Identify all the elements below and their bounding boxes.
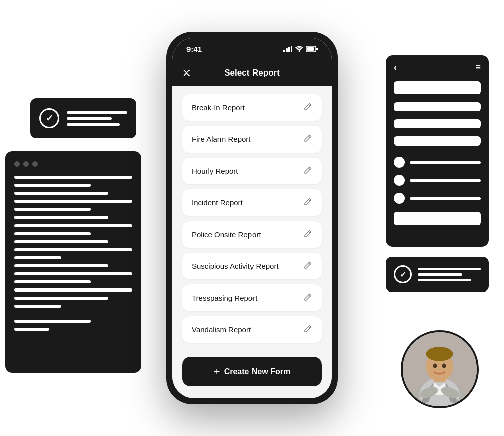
deco-line bbox=[14, 256, 61, 259]
deco-check-badge-left: ✓ bbox=[30, 98, 136, 138]
report-list: Break-In ReportFire Alarm ReportHourly R… bbox=[172, 86, 332, 351]
radio-circle bbox=[394, 175, 405, 186]
page-title: Select Report bbox=[224, 68, 280, 78]
battery-icon bbox=[306, 46, 318, 52]
deco-line bbox=[67, 123, 120, 126]
edit-icon[interactable] bbox=[303, 197, 312, 208]
deco-input-field bbox=[394, 102, 481, 111]
radio-circle bbox=[394, 193, 405, 204]
report-item-label: Vandalism Report bbox=[192, 325, 251, 334]
plus-icon: + bbox=[214, 365, 220, 378]
deco-browser-window bbox=[5, 151, 141, 373]
deco-input-field bbox=[394, 119, 481, 128]
report-item-label: Hourly Report bbox=[192, 167, 238, 175]
deco-radio-row bbox=[394, 175, 481, 186]
create-form-button[interactable]: + Create New Form bbox=[182, 357, 322, 386]
deco-check-lines-right bbox=[418, 268, 481, 281]
edit-icon[interactable] bbox=[303, 229, 312, 240]
deco-radio-row bbox=[394, 157, 481, 168]
deco-line bbox=[14, 305, 61, 308]
create-form-label: Create New Form bbox=[224, 367, 291, 376]
svg-rect-15 bbox=[288, 47, 290, 52]
report-list-item[interactable]: Vandalism Report bbox=[182, 316, 322, 343]
report-list-item[interactable]: Tresspasing Report bbox=[182, 284, 322, 311]
report-list-item[interactable]: Suscipious Activity Report bbox=[182, 253, 322, 279]
edit-icon[interactable] bbox=[303, 102, 312, 113]
edit-icon[interactable] bbox=[303, 261, 312, 272]
check-icon-left: ✓ bbox=[46, 113, 53, 124]
radio-circle bbox=[394, 157, 405, 168]
phone-notch bbox=[222, 38, 282, 53]
deco-input-field bbox=[394, 136, 481, 146]
deco-line bbox=[67, 111, 127, 114]
deco-line bbox=[14, 248, 132, 251]
report-list-item[interactable]: Break-In Report bbox=[182, 94, 322, 121]
status-icons bbox=[283, 46, 318, 52]
deco-input-field bbox=[394, 81, 481, 94]
close-button[interactable]: ✕ bbox=[182, 67, 191, 79]
deco-avatar bbox=[401, 330, 479, 408]
deco-line bbox=[14, 280, 91, 283]
deco-line bbox=[67, 117, 112, 120]
deco-line bbox=[14, 176, 132, 179]
report-item-label: Suscipious Activity Report bbox=[192, 262, 279, 270]
svg-rect-14 bbox=[286, 48, 288, 52]
deco-panel-inputs bbox=[394, 81, 481, 150]
svg-point-5 bbox=[426, 347, 453, 361]
wifi-icon bbox=[295, 46, 303, 52]
report-item-label: Fire Alarm Report bbox=[192, 135, 251, 143]
deco-line bbox=[418, 273, 462, 276]
phone-screen: 9:41 bbox=[172, 38, 332, 398]
deco-line bbox=[14, 264, 108, 267]
deco-browser-dots bbox=[14, 161, 132, 167]
deco-panel-header: ‹ ≡ bbox=[394, 62, 481, 73]
deco-line bbox=[410, 197, 481, 200]
deco-line bbox=[418, 268, 481, 270]
chevron-left-icon: ‹ bbox=[394, 62, 397, 73]
deco-line bbox=[14, 328, 49, 331]
deco-input-field bbox=[394, 212, 481, 225]
deco-form-panel: ‹ ≡ bbox=[386, 55, 489, 247]
report-list-item[interactable]: Fire Alarm Report bbox=[182, 126, 322, 153]
edit-icon[interactable] bbox=[303, 134, 312, 145]
deco-radio-row bbox=[394, 193, 481, 204]
deco-dot bbox=[23, 161, 29, 167]
svg-point-11 bbox=[433, 363, 437, 368]
deco-line bbox=[14, 272, 132, 275]
app-header: ✕ Select Report bbox=[172, 60, 332, 86]
deco-line bbox=[14, 320, 91, 323]
svg-rect-18 bbox=[307, 47, 314, 51]
edit-icon[interactable] bbox=[303, 293, 312, 304]
avatar-image bbox=[403, 330, 477, 406]
deco-check-lines-left bbox=[67, 111, 127, 126]
report-list-item[interactable]: Hourly Report bbox=[182, 158, 322, 184]
deco-line bbox=[14, 297, 108, 300]
deco-check-circle-left: ✓ bbox=[39, 108, 59, 128]
deco-line bbox=[14, 184, 91, 187]
phone-device: 9:41 bbox=[166, 32, 338, 404]
deco-line bbox=[410, 161, 481, 164]
deco-line bbox=[14, 240, 108, 243]
status-time: 9:41 bbox=[186, 45, 202, 53]
phone-frame: 9:41 bbox=[166, 32, 338, 404]
deco-browser-lines bbox=[14, 176, 132, 331]
report-item-label: Police Onsite Report bbox=[192, 230, 261, 239]
report-list-item[interactable]: Incident Report bbox=[182, 189, 322, 216]
report-item-label: Break-In Report bbox=[192, 103, 245, 112]
svg-rect-16 bbox=[291, 46, 292, 52]
deco-line bbox=[14, 232, 91, 235]
report-list-item[interactable]: Police Onsite Report bbox=[182, 221, 322, 248]
deco-line bbox=[14, 192, 108, 195]
deco-dot bbox=[32, 161, 38, 167]
svg-rect-19 bbox=[316, 48, 318, 50]
deco-check-badge-right: ✓ bbox=[386, 257, 489, 292]
deco-line bbox=[14, 288, 132, 292]
deco-line bbox=[14, 208, 91, 211]
edit-icon[interactable] bbox=[303, 166, 312, 177]
deco-check-circle-right: ✓ bbox=[394, 265, 412, 283]
edit-icon[interactable] bbox=[303, 324, 312, 335]
check-icon-right: ✓ bbox=[400, 270, 406, 279]
signal-icon bbox=[283, 46, 292, 52]
phone-footer: + Create New Form bbox=[172, 351, 332, 398]
svg-rect-13 bbox=[283, 50, 285, 52]
